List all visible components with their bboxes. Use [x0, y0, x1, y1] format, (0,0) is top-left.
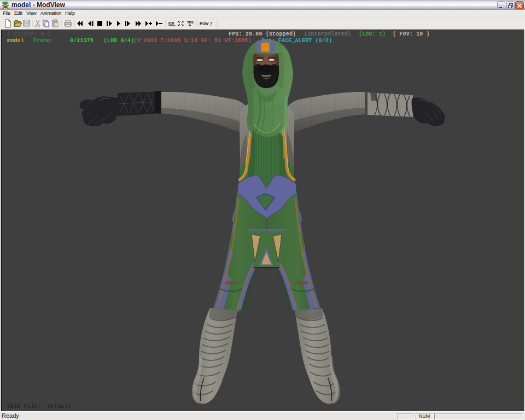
svg-text:TPS: TPS: [187, 21, 194, 24]
svg-text:?: ?: [209, 20, 213, 27]
svg-text:0:0: 0:0: [168, 21, 174, 25]
svg-text:FOV: FOV: [200, 21, 209, 26]
